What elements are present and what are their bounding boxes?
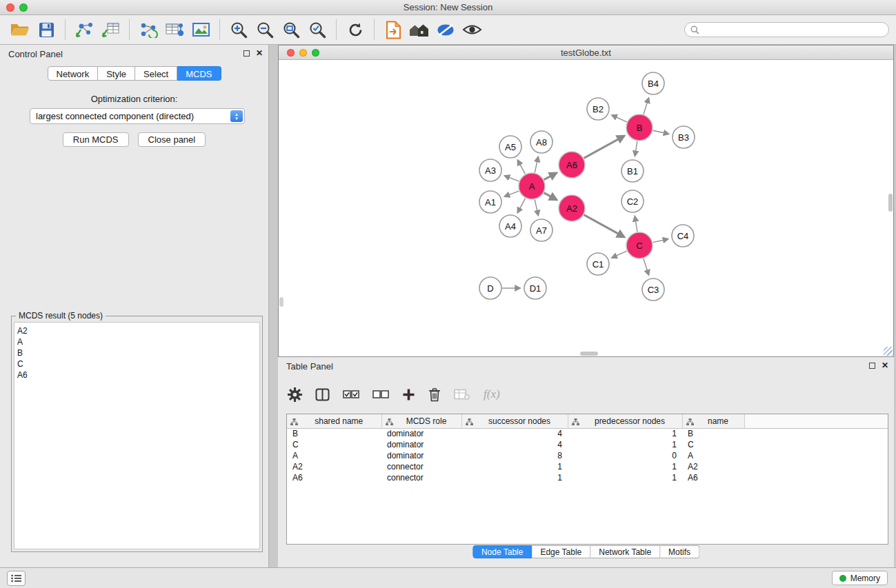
graph-node-A4[interactable]: A4 — [499, 215, 521, 237]
optimization-criterion-select[interactable]: largest connected component (directed) ▲… — [30, 108, 245, 124]
table-cell[interactable]: B — [287, 428, 381, 439]
result-item[interactable]: A — [17, 336, 259, 347]
table-cell[interactable]: A — [287, 450, 381, 461]
close-table-panel-icon[interactable]: ✕ — [882, 362, 888, 369]
open-session-button[interactable] — [8, 18, 32, 41]
graph-edge-B-B1[interactable] — [635, 141, 637, 156]
column-header-mcds-role[interactable]: MCDS role — [381, 414, 461, 428]
table-cell[interactable]: dominator — [381, 450, 461, 461]
create-column-button[interactable] — [402, 388, 415, 401]
show-columns-button[interactable] — [315, 388, 330, 401]
column-header-shared-name[interactable]: shared name — [287, 414, 381, 428]
graph-node-B4[interactable]: B4 — [642, 72, 664, 94]
result-item[interactable]: B — [17, 347, 259, 358]
zoom-selected-button[interactable] — [306, 18, 329, 41]
float-table-panel-icon[interactable] — [869, 363, 875, 369]
graph-edge-A-A3[interactable] — [505, 176, 519, 181]
resize-grip[interactable] — [884, 347, 893, 356]
graph-node-A5[interactable]: A5 — [499, 136, 521, 158]
graph-edge-A2-C[interactable] — [584, 215, 625, 237]
panels-menu-button[interactable] — [7, 571, 26, 586]
graph-node-A[interactable]: A — [519, 173, 545, 199]
table-cell[interactable]: 4 — [461, 439, 568, 450]
tab-mcds[interactable]: MCDS — [177, 66, 221, 81]
table-cell[interactable]: A6 — [287, 472, 381, 483]
graph-node-A7[interactable]: A7 — [530, 219, 552, 241]
table-cell[interactable]: A6 — [682, 472, 744, 483]
graph-node-A6[interactable]: A6 — [559, 152, 585, 178]
graph-edge-A-A8[interactable] — [535, 156, 538, 172]
import-table-button[interactable] — [99, 18, 122, 41]
table-row[interactable]: Bdominator41B — [287, 428, 888, 439]
tab-edge-table[interactable]: Edge Table — [532, 545, 590, 558]
table-cell[interactable]: 1 — [568, 428, 682, 439]
apply-layout-button[interactable] — [344, 18, 367, 41]
run-mcds-button[interactable]: Run MCDS — [63, 132, 129, 147]
graph-edge-C-C3[interactable] — [644, 258, 648, 275]
graph-node-B3[interactable]: B3 — [673, 126, 695, 148]
result-item[interactable]: A6 — [17, 369, 259, 381]
export-image-button[interactable] — [189, 18, 212, 41]
tab-select[interactable]: Select — [135, 66, 177, 81]
graph-edge-A-A4[interactable] — [517, 199, 525, 213]
table-cell[interactable]: A — [682, 450, 744, 461]
zoom-fit-button[interactable] — [279, 18, 303, 41]
graph-node-C4[interactable]: C4 — [672, 225, 694, 247]
graph-node-A2[interactable]: A2 — [559, 195, 585, 221]
graph-edge-B-B2[interactable] — [612, 115, 627, 122]
export-network-button[interactable] — [137, 18, 160, 41]
vertical-scrollbar-thumb[interactable] — [888, 194, 893, 212]
import-network-button[interactable] — [72, 18, 96, 41]
graph-edge-C-C2[interactable] — [635, 216, 637, 232]
graph-node-C2[interactable]: C2 — [621, 190, 644, 212]
column-header-successor-nodes[interactable]: successor nodes — [461, 414, 568, 428]
mcds-result-list[interactable]: A2ABCA6 — [14, 322, 260, 549]
table-cell[interactable]: connector — [381, 472, 461, 483]
tab-network-table[interactable]: Network Table — [590, 545, 660, 558]
tab-motifs[interactable]: Motifs — [660, 545, 699, 558]
unselect-all-columns-button[interactable] — [372, 389, 389, 399]
export-table-button[interactable] — [163, 18, 186, 41]
graph-edge-B-B3[interactable] — [653, 130, 669, 134]
graph-node-C3[interactable]: C3 — [642, 278, 664, 301]
table-row[interactable]: Adominator80A — [287, 450, 888, 461]
save-session-button[interactable] — [34, 18, 58, 41]
graph-edge-C-C4[interactable] — [653, 239, 668, 243]
graph-node-A3[interactable]: A3 — [479, 159, 501, 181]
graphics-details-button[interactable] — [434, 18, 457, 41]
graph-edge-A-A5[interactable] — [518, 160, 526, 174]
table-cell[interactable]: 0 — [568, 450, 682, 461]
table-settings-button[interactable] — [288, 387, 302, 402]
tab-style[interactable]: Style — [98, 66, 135, 81]
graph-edge-C-C1[interactable] — [612, 251, 627, 258]
close-panel-button[interactable]: Close panel — [138, 132, 206, 147]
delete-table-button[interactable] — [454, 389, 470, 401]
table-row[interactable]: Cdominator41C — [287, 439, 888, 450]
birds-eye-view-button[interactable] — [460, 18, 484, 41]
graph-node-D[interactable]: D — [479, 277, 501, 299]
result-item[interactable]: C — [17, 358, 259, 369]
memory-button[interactable]: Memory — [832, 571, 888, 585]
table-cell[interactable]: 1 — [461, 461, 568, 472]
table-cell[interactable]: connector — [381, 461, 461, 472]
graph-edge-A6-B[interactable] — [584, 136, 625, 158]
table-row[interactable]: A2connector11A2 — [287, 461, 888, 472]
graph-edge-A-A1[interactable] — [505, 191, 519, 196]
float-panel-icon[interactable] — [243, 50, 250, 57]
tab-node-table[interactable]: Node Table — [472, 545, 532, 558]
graph-node-C1[interactable]: C1 — [587, 253, 609, 275]
graph-node-C[interactable]: C — [626, 232, 653, 258]
search-box[interactable] — [684, 22, 889, 37]
table-cell[interactable]: 1 — [568, 461, 682, 472]
graph-edge-A-A2[interactable] — [544, 193, 557, 200]
table-cell[interactable]: 8 — [461, 450, 568, 461]
table-cell[interactable]: C — [682, 439, 744, 450]
table-cell[interactable]: dominator — [381, 428, 461, 439]
horizontal-scrollbar-thumb[interactable] — [580, 352, 598, 356]
graph-edge-B-B4[interactable] — [644, 98, 648, 114]
search-input[interactable] — [703, 24, 883, 35]
graph-node-D1[interactable]: D1 — [524, 277, 546, 299]
network-window-titlebar[interactable]: testGlobe.txt — [279, 45, 893, 60]
graph-node-A1[interactable]: A1 — [479, 191, 501, 213]
result-item[interactable]: A2 — [17, 325, 259, 336]
